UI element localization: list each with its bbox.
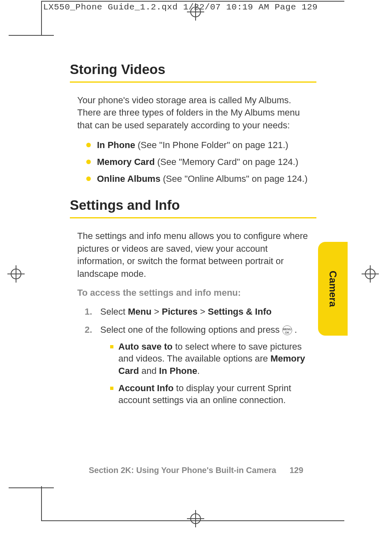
emphasis: Pictures xyxy=(162,306,198,317)
emphasis: In Phone xyxy=(159,366,197,376)
icon-label-bottom: OK xyxy=(285,331,289,334)
text: Select one of the following options and … xyxy=(100,325,282,335)
registration-mark-icon xyxy=(362,265,379,283)
heading-settings-and-info: Settings and Info xyxy=(70,197,316,213)
emphasis: Account Info xyxy=(118,383,173,393)
list-item: Auto save to to select where to save pic… xyxy=(110,341,316,377)
page-footer: Section 2K: Using Your Phone's Built-in … xyxy=(0,466,392,475)
text: > xyxy=(198,306,208,317)
emphasis: Menu xyxy=(128,306,151,317)
list-item: Online Albums (See "Online Albums" on pa… xyxy=(86,173,316,186)
page: LX550_Phone Guide_1.2.qxd 1/22/07 10:19 … xyxy=(0,0,392,545)
crop-mark xyxy=(9,487,54,488)
crop-mark xyxy=(41,486,42,521)
text: and xyxy=(139,366,159,376)
footer-page-number: 129 xyxy=(290,466,303,475)
emphasis: Settings & Info xyxy=(208,306,272,317)
emphasis: Auto save to xyxy=(118,341,173,352)
step-number: 2. xyxy=(85,324,92,336)
icon-label-top: MENU xyxy=(283,328,291,331)
emphasis: In Phone xyxy=(97,140,135,150)
list-item: Memory Card (See "Memory Card" on page 1… xyxy=(86,156,316,169)
heading-rule xyxy=(70,81,316,83)
text: (See "In Phone Folder" on page 121.) xyxy=(135,140,288,150)
crop-mark xyxy=(41,520,344,521)
list-item: In Phone (See "In Phone Folder" on page … xyxy=(86,139,316,152)
text: . xyxy=(295,325,297,335)
emphasis: Online Albums xyxy=(97,174,160,184)
text: > xyxy=(152,306,162,317)
section-tab-label: Camera xyxy=(327,271,339,307)
crop-mark xyxy=(41,1,42,36)
footer-section: Section 2K: Using Your Phone's Built-in … xyxy=(89,466,276,475)
menu-ok-key-icon: MENU OK xyxy=(282,325,292,335)
registration-mark-icon xyxy=(187,510,204,527)
paragraph: The settings and info menu allows you to… xyxy=(77,230,316,280)
registration-mark-icon xyxy=(187,3,204,21)
sub-bullet-list: Auto save to to select where to save pic… xyxy=(110,341,316,406)
step-1: 1. Select Menu > Pictures > Settings & I… xyxy=(85,306,316,318)
list-item: Account Info to display your current Spr… xyxy=(110,382,316,406)
section-tab: Camera xyxy=(318,242,348,336)
text: (See "Memory Card" on page 124.) xyxy=(155,157,298,167)
paragraph: Your phone's video storage area is calle… xyxy=(77,94,316,132)
heading-storing-videos: Storing Videos xyxy=(70,62,316,77)
crop-mark xyxy=(9,35,54,36)
page-content: Storing Videos Your phone's video storag… xyxy=(70,62,316,412)
emphasis: Memory Card xyxy=(97,157,155,167)
bullet-list: In Phone (See "In Phone Folder" on page … xyxy=(86,139,316,185)
registration-mark-icon xyxy=(7,265,25,283)
step-number: 1. xyxy=(85,306,92,318)
text: Select xyxy=(100,306,128,317)
slug-line: LX550_Phone Guide_1.2.qxd 1/22/07 10:19 … xyxy=(43,2,318,12)
text: (See "Online Albums" on page 124.) xyxy=(160,174,307,184)
step-2: 2. Select one of the following options a… xyxy=(85,324,316,406)
procedure-lead: To access the settings and info menu: xyxy=(77,288,316,298)
heading-rule xyxy=(70,217,316,218)
text: . xyxy=(197,366,200,376)
ordered-steps: 1. Select Menu > Pictures > Settings & I… xyxy=(85,306,316,406)
crop-mark xyxy=(41,1,344,2)
